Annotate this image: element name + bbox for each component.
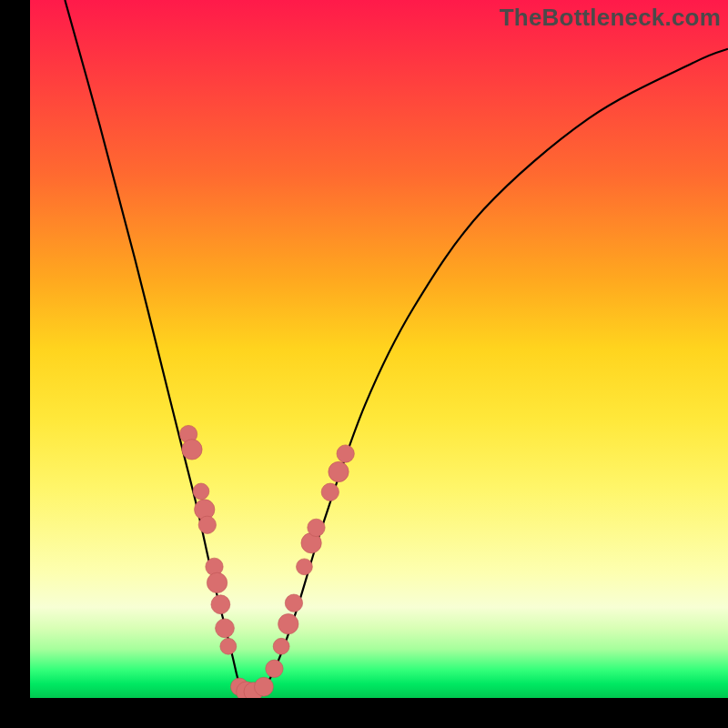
bead-marker bbox=[207, 572, 227, 592]
bead-marker bbox=[321, 483, 339, 500]
bead-marker bbox=[297, 559, 313, 575]
bead-marker bbox=[216, 619, 235, 638]
plot-area: TheBottleneck.com bbox=[30, 0, 728, 698]
bead-marker bbox=[329, 461, 349, 481]
bead-marker bbox=[220, 638, 237, 654]
bead-marker bbox=[266, 660, 283, 677]
bead-marker bbox=[285, 594, 302, 612]
bead-marker bbox=[198, 516, 216, 533]
chart-frame: TheBottleneck.com bbox=[0, 0, 728, 728]
bead-marker bbox=[182, 440, 202, 460]
bead-group bbox=[179, 425, 354, 698]
bead-marker bbox=[255, 677, 274, 696]
bottleneck-curve bbox=[65, 0, 728, 693]
bead-marker bbox=[278, 614, 298, 634]
curve-svg bbox=[30, 0, 728, 698]
bead-marker bbox=[337, 445, 354, 462]
bead-marker bbox=[211, 595, 230, 614]
bead-marker bbox=[193, 483, 209, 500]
bead-marker bbox=[273, 638, 289, 654]
bead-marker bbox=[308, 519, 325, 536]
